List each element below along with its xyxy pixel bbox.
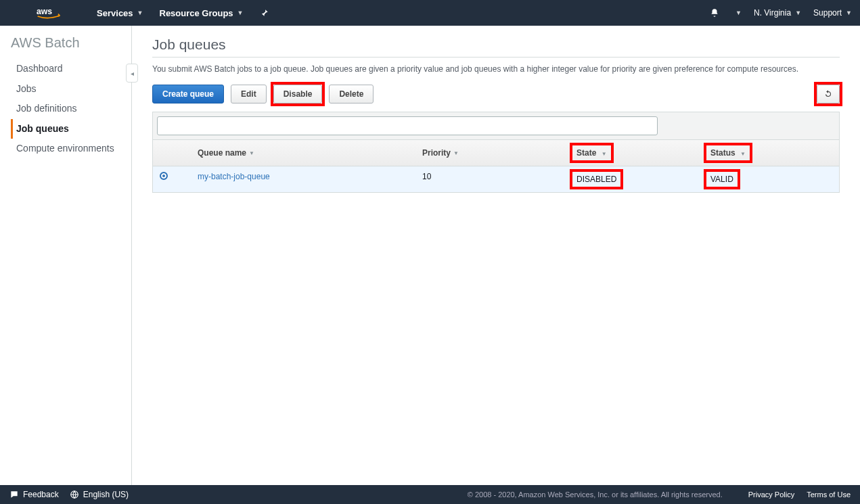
divider	[152, 57, 840, 58]
privacy-link[interactable]: Privacy Policy	[748, 490, 794, 499]
highlight-disable: Disable	[273, 85, 323, 104]
feedback-link[interactable]: Feedback	[9, 490, 59, 499]
sort-icon: ▼	[453, 150, 459, 156]
filter-row	[153, 112, 839, 140]
button-label: Disable	[284, 89, 313, 99]
chevron-down-icon: ▼	[237, 9, 244, 16]
button-label: Create queue	[162, 89, 214, 99]
column-status[interactable]: Status ▼	[700, 140, 839, 166]
cell-value: VALID	[710, 175, 733, 184]
highlight-status-header: Status ▼	[704, 143, 752, 163]
disable-button[interactable]: Disable	[273, 85, 323, 104]
sort-icon: ▼	[249, 150, 254, 156]
cell-queue-name: my-batch-job-queue	[191, 166, 415, 192]
sidebar-item-label: Job queues	[16, 123, 69, 134]
button-label: Edit	[241, 89, 256, 99]
column-label: Queue name	[198, 148, 246, 158]
create-queue-button[interactable]: Create queue	[152, 85, 224, 104]
sidebar-item-jobs[interactable]: Jobs	[11, 79, 131, 99]
column-label: Priority	[422, 148, 451, 158]
notifications-icon[interactable]	[710, 8, 719, 18]
account-menu[interactable]: ▼	[731, 9, 742, 16]
cell-value: 10	[422, 172, 431, 181]
global-nav: aws Services▼ Resource Groups▼ ▼ N. Virg…	[0, 0, 860, 26]
resource-groups-menu[interactable]: Resource Groups▼	[160, 8, 244, 18]
filter-input[interactable]	[157, 116, 658, 135]
global-footer: Feedback English (US) © 2008 - 2020, Ama…	[0, 485, 860, 504]
refresh-icon	[823, 89, 833, 99]
region-label: N. Virginia	[754, 8, 791, 18]
sidebar-item-compute-environments[interactable]: Compute environments	[11, 139, 131, 159]
sort-icon: ▼	[602, 151, 607, 157]
cell-priority: 10	[415, 166, 566, 192]
services-label: Services	[97, 8, 133, 18]
queue-name-link[interactable]: my-batch-job-queue	[198, 172, 270, 181]
svg-text:aws: aws	[37, 7, 52, 16]
page-title: Job queues	[152, 37, 840, 53]
content-area: Job queues You submit AWS Batch jobs to …	[132, 26, 860, 485]
highlight-state-cell: DISABLED	[570, 169, 623, 189]
table-header: Queue name▼ Priority▼ State ▼ Status ▼	[153, 140, 839, 166]
radio-selected-icon	[160, 172, 168, 180]
sidebar-item-dashboard[interactable]: Dashboard	[11, 59, 131, 79]
language-selector[interactable]: English (US)	[70, 490, 129, 499]
column-label: Status	[710, 148, 735, 158]
sidebar-item-label: Jobs	[16, 83, 37, 94]
delete-button[interactable]: Delete	[329, 85, 374, 104]
highlight-state-header: State ▼	[570, 143, 614, 163]
sidebar-item-label: Compute environments	[16, 143, 114, 154]
job-queues-table: Queue name▼ Priority▼ State ▼ Status ▼ m…	[152, 112, 840, 193]
highlight-status-cell: VALID	[704, 169, 740, 189]
language-label: English (US)	[83, 490, 129, 499]
chevron-down-icon: ▼	[846, 9, 852, 16]
cell-status: VALID	[700, 166, 839, 192]
row-select[interactable]	[153, 166, 191, 192]
sidebar-collapse-handle[interactable]: ◂	[126, 64, 138, 83]
refresh-button[interactable]	[817, 85, 840, 104]
sidebar: AWS Batch Dashboard Jobs Job definitions…	[0, 26, 132, 485]
column-state[interactable]: State ▼	[566, 140, 700, 166]
cell-value: DISABLED	[576, 175, 616, 184]
edit-button[interactable]: Edit	[231, 85, 267, 104]
speech-bubble-icon	[9, 490, 19, 499]
sidebar-item-job-queues[interactable]: Job queues	[11, 119, 131, 139]
chevron-down-icon: ▼	[795, 9, 801, 16]
pin-icon[interactable]	[260, 8, 269, 18]
service-title: AWS Batch	[11, 35, 131, 51]
region-menu[interactable]: N. Virginia▼	[754, 8, 801, 18]
chevron-down-icon: ▼	[735, 9, 742, 16]
sidebar-item-job-definitions[interactable]: Job definitions	[11, 99, 131, 119]
sidebar-item-label: Job definitions	[16, 103, 77, 114]
sort-icon: ▼	[740, 151, 746, 157]
feedback-label: Feedback	[23, 490, 59, 499]
support-label: Support	[813, 8, 842, 18]
services-menu[interactable]: Services▼	[97, 8, 143, 18]
aws-logo[interactable]: aws	[37, 7, 70, 19]
globe-icon	[70, 490, 79, 499]
button-label: Delete	[339, 89, 363, 99]
column-priority[interactable]: Priority▼	[415, 140, 566, 166]
copyright-text: © 2008 - 2020, Amazon Web Services, Inc.…	[468, 490, 723, 499]
page-description: You submit AWS Batch jobs to a job queue…	[152, 63, 802, 75]
chevron-down-icon: ▼	[137, 9, 143, 16]
highlight-refresh	[817, 91, 840, 101]
table-row[interactable]: my-batch-job-queue 10 DISABLED VALID	[153, 166, 839, 192]
column-select	[153, 140, 191, 166]
cell-state: DISABLED	[566, 166, 700, 192]
resource-groups-label: Resource Groups	[160, 8, 233, 18]
sidebar-item-label: Dashboard	[16, 63, 63, 74]
column-queue-name[interactable]: Queue name▼	[191, 140, 415, 166]
toolbar: Create queue Edit Disable Delete	[152, 85, 840, 104]
column-label: State	[576, 148, 596, 158]
terms-link[interactable]: Terms of Use	[807, 490, 851, 499]
support-menu[interactable]: Support▼	[813, 8, 852, 18]
